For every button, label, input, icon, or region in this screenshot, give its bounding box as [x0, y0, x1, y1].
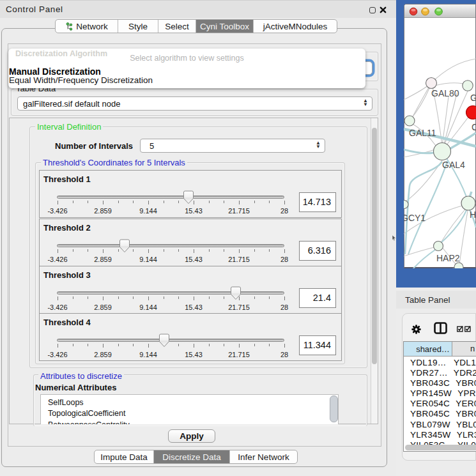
svg-text:H: H	[470, 210, 476, 220]
svg-text:GAL4: GAL4	[442, 160, 465, 170]
svg-text:G.: G.	[470, 93, 476, 103]
svg-text:GAL11: GAL11	[409, 128, 436, 138]
svg-text:GCY1: GCY1	[404, 213, 426, 223]
svg-text:GAL80: GAL80	[431, 88, 459, 98]
svg-text:HAP2: HAP2	[436, 253, 460, 263]
svg-text:C: C	[472, 122, 476, 132]
